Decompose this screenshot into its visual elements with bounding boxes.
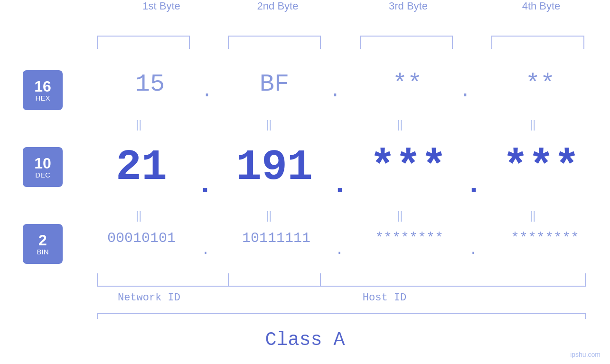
bin-dot-3: . (469, 242, 478, 258)
bracket-bottom-host (228, 273, 586, 287)
dbl-line-d2b-1: || (136, 209, 141, 222)
dec-badge: 10 DEC (23, 147, 63, 187)
bracket-top-col1 (97, 36, 190, 49)
bracket-top-col2 (228, 36, 321, 49)
dec-val-1: 21 (84, 143, 198, 192)
bin-badge-number: 2 (38, 233, 47, 248)
dbl-line-d2b-2: || (266, 209, 272, 222)
dbl-line-d2b-4: || (530, 209, 535, 222)
column-header-4: 4th Byte (484, 0, 598, 12)
watermark: ipshu.com (570, 351, 601, 358)
hex-val-1: 15 (103, 70, 197, 98)
dec-val-3: *** (351, 143, 465, 192)
hex-badge: 16 HEX (23, 70, 63, 110)
bracket-top-col3 (360, 36, 453, 49)
class-bracket-left (97, 313, 98, 319)
dec-badge-number: 10 (34, 156, 51, 171)
hex-badge-number: 16 (34, 79, 51, 94)
dbl-line-d2b-3: || (397, 209, 403, 222)
hex-val-3: ** (361, 70, 454, 98)
class-bracket-right (585, 313, 586, 319)
column-header-2: 2nd Byte (225, 0, 330, 12)
hex-val-4: ** (494, 70, 587, 98)
bin-badge: 2 BIN (23, 224, 63, 264)
network-id-label: Network ID (97, 292, 201, 304)
column-header-3: 3rd Byte (356, 0, 460, 12)
hex-dot-1: . (201, 81, 213, 102)
bin-badge-label: BIN (37, 248, 48, 256)
hex-val-2: BF (228, 70, 321, 98)
hex-badge-label: HEX (36, 94, 50, 102)
dec-badge-label: DEC (35, 171, 50, 179)
dec-dot-3: . (465, 168, 482, 201)
dbl-line-h2d-1: || (136, 118, 141, 131)
host-id-label: Host ID (332, 292, 437, 304)
bin-dot-2: . (335, 242, 344, 258)
bracket-top-col4 (491, 36, 584, 49)
dbl-line-h2d-3: || (397, 118, 403, 131)
main-container: 1st Byte 2nd Byte 3rd Byte 4th Byte 16 H… (0, 0, 610, 364)
dbl-line-h2d-4: || (530, 118, 535, 131)
bin-val-1: 00010101 (84, 230, 198, 246)
class-bracket-line (97, 313, 586, 314)
bin-val-3: ******** (352, 230, 466, 246)
dec-val-2: 191 (217, 143, 331, 192)
column-header-1: 1st Byte (95, 0, 228, 12)
bin-val-2: 10111111 (219, 230, 333, 246)
bin-val-4: ******** (488, 230, 602, 246)
dec-dot-1: . (197, 168, 214, 201)
dbl-line-h2d-2: || (266, 118, 272, 131)
dec-val-4: *** (484, 143, 598, 192)
dec-dot-2: . (331, 168, 348, 201)
bin-dot-1: . (201, 242, 210, 258)
hex-dot-3: . (460, 81, 471, 102)
hex-dot-2: . (329, 81, 341, 102)
class-label: Class A (265, 329, 345, 351)
